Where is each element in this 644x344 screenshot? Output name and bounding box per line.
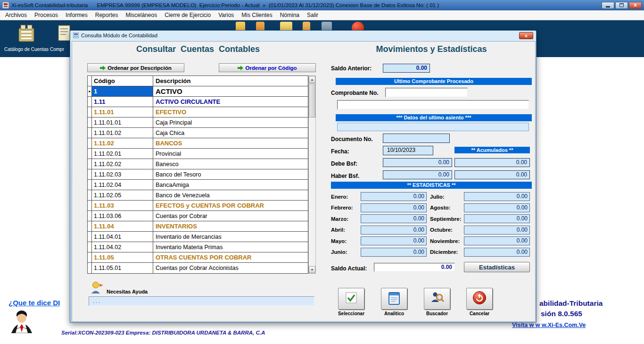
- debe-label: Debe Bsf:: [331, 160, 357, 167]
- action-cancelar: Cancelar: [464, 288, 495, 316]
- cell-codigo: 1.11.01.01: [92, 117, 153, 127]
- menu-nomina[interactable]: Nómina: [276, 10, 303, 20]
- month-row: Abril:0.00Octubre:0.00: [331, 225, 530, 236]
- menu-miscelaneos[interactable]: Misceláneos: [122, 10, 161, 20]
- table-row[interactable]: 1.11.05.01Cuentas por Cobrar Accionistas: [88, 263, 308, 273]
- menu-mis-clientes[interactable]: Mis Clientes: [238, 10, 276, 20]
- search-person-icon: [430, 291, 444, 307]
- accounts-table: Código Descripción ►1ACTIVO1.11ACTIVO CI…: [87, 76, 308, 274]
- table-row[interactable]: 1.11.05OTRAS CUENTAS POR COBRAR: [88, 252, 308, 263]
- cell-descripcion: Cuentas por Cobrar Accionistas: [153, 263, 308, 273]
- window-title: Xi-esSoft Contabilidad-tributaria EMPRES…: [11, 2, 600, 8]
- maximize-button[interactable]: [615, 2, 628, 9]
- scroll-down-button[interactable]: ▼: [309, 266, 315, 273]
- month-label: Julio:: [430, 194, 464, 200]
- help-input[interactable]: . . .: [89, 296, 314, 306]
- cell-codigo: 1.11: [92, 97, 153, 107]
- row-selector-gutter: [88, 180, 92, 190]
- dialog-close-button[interactable]: ×: [519, 32, 533, 39]
- cell-codigo: 1.11.03: [92, 201, 153, 210]
- table-row[interactable]: 1.11.01EFECTIVO: [88, 107, 308, 117]
- website-link[interactable]: Visita w w w.Xi-Es.Com.Ve: [512, 322, 586, 328]
- consulta-dialog: Consulta Módulo de Contabilidad × Consul…: [70, 30, 537, 323]
- cell-codigo: 1.11.05.01: [92, 263, 153, 273]
- descripcion-input[interactable]: [337, 100, 529, 109]
- cell-codigo: 1.11.02.01: [92, 149, 153, 159]
- app-icon: [2, 2, 9, 8]
- close-button[interactable]: ×: [629, 2, 642, 9]
- menu-archivos[interactable]: Archivos: [1, 10, 31, 20]
- row-selector-gutter: [88, 76, 92, 86]
- menu-varios[interactable]: Varios: [215, 10, 238, 20]
- window-titlebar[interactable]: Xi-esSoft Contabilidad-tributaria EMPRES…: [0, 0, 644, 10]
- table-row[interactable]: 1.11.04INVENTARIOS: [88, 221, 308, 232]
- cell-codigo: 1: [92, 86, 153, 96]
- notepad-icon-button[interactable]: [381, 288, 407, 310]
- avatar: [8, 310, 36, 335]
- menu-reportes[interactable]: Reportes: [91, 10, 122, 20]
- month-value-field: 0.00: [464, 226, 530, 235]
- menu-cierre-ejercicio[interactable]: Cierre de Ejercicio: [161, 10, 215, 20]
- table-row[interactable]: 1.11.01.02Caja Chica: [88, 128, 308, 138]
- table-row[interactable]: 1.11.02.03Banco del Tesoro: [88, 169, 308, 180]
- dialog-titlebar[interactable]: Consulta Módulo de Contabilidad ×: [70, 31, 536, 40]
- sort-by-description-button[interactable]: Ordenar por Descripción: [87, 63, 184, 72]
- cell-codigo: 1.11.02: [92, 138, 153, 148]
- comprobante-input[interactable]: [385, 88, 468, 97]
- month-row: Enero:0.00Julio:0.00: [331, 191, 530, 202]
- month-label: Febrero:: [331, 205, 361, 210]
- seleccionar-button[interactable]: [338, 288, 364, 310]
- toolbar-item-catalogo-cuentas[interactable]: Catálogo de Cuentas: [4, 22, 49, 56]
- month-label: Marzo:: [331, 216, 361, 222]
- scroll-up-button[interactable]: ▲: [309, 76, 315, 83]
- table-row[interactable]: 1.11.02.02Banesco: [88, 159, 308, 169]
- month-label: Agosto:: [430, 205, 464, 210]
- table-scrollbar[interactable]: ▲ ▼: [308, 76, 316, 274]
- action-caption: Cancelar: [464, 311, 495, 316]
- menu-procesos[interactable]: Procesos: [31, 10, 62, 20]
- menubar: Archivos Procesos Informes Reportes Misc…: [0, 10, 644, 20]
- row-selector-gutter: [88, 159, 92, 169]
- estadisticas-button[interactable]: Estadísticas: [464, 262, 530, 272]
- table-row[interactable]: 1.11.01.01Caja Principal: [88, 117, 308, 128]
- app-window: Xi-esSoft Contabilidad-tributaria EMPRES…: [0, 0, 644, 344]
- haber-label: Haber Bsf.: [331, 173, 359, 179]
- month-value-field: 0.00: [361, 214, 427, 223]
- cancel-icon-button[interactable]: [466, 288, 493, 310]
- table-row[interactable]: 1.11.04.02Inventario Materia Primas: [88, 242, 308, 252]
- cell-codigo: 1.11.04.02: [92, 242, 153, 252]
- search-person-icon-button[interactable]: [424, 288, 450, 310]
- table-row[interactable]: 1.11.03.06Cuentas por Cobrar: [88, 211, 308, 221]
- month-label: Mayo:: [331, 238, 361, 244]
- month-value-field: 0.00: [361, 192, 427, 201]
- cell-codigo: 1.11.02.05: [92, 190, 153, 200]
- notepad-icon: [388, 290, 401, 307]
- action-caption: Analitico: [379, 311, 409, 316]
- menu-salir[interactable]: Salir: [303, 10, 322, 20]
- menu-informes[interactable]: Informes: [62, 10, 91, 20]
- banner-acumulados: ** Acumulados **: [454, 147, 530, 153]
- table-row[interactable]: 1.11.02.05Banco de Venezuela: [88, 190, 308, 201]
- month-value-field: 0.00: [361, 226, 427, 235]
- month-value-field: 0.00: [464, 214, 530, 223]
- sort-by-code-button[interactable]: Ordenar por Código: [219, 63, 316, 72]
- action-caption: Buscador: [422, 311, 452, 316]
- question-link[interactable]: ¿Que te dice DI: [8, 299, 60, 307]
- action-seleccionar: Seleccionar: [336, 288, 366, 316]
- month-row: Marzo:0.00Septiembre:0.00: [331, 213, 530, 225]
- table-row[interactable]: 1.11ACTIVO CIRCULANTE: [88, 97, 308, 107]
- dialog-content: Consultar Cuentas Contables Movimientos …: [72, 41, 536, 322]
- scrollbar-thumb[interactable]: [309, 84, 315, 117]
- month-value-field: 0.00: [464, 248, 530, 257]
- table-row[interactable]: 1.11.02.04BancaAmiga: [88, 180, 308, 190]
- cancel-icon: [472, 290, 487, 307]
- minimize-button[interactable]: [602, 2, 614, 9]
- month-label: Abril:: [331, 227, 361, 233]
- table-row[interactable]: 1.11.02BANCOS: [88, 138, 308, 149]
- saldo-actual-field: 0.00: [374, 263, 455, 272]
- table-row[interactable]: 1.11.02.01Provincial: [88, 149, 308, 159]
- action-caption: Seleccionar: [336, 311, 366, 316]
- table-row[interactable]: ►1ACTIVO: [88, 86, 308, 97]
- table-row[interactable]: 1.11.04.01Inventario de Mercancias: [88, 232, 308, 242]
- table-row[interactable]: 1.11.03EFECTOS y CUENTAS POR COBRAR: [88, 201, 308, 211]
